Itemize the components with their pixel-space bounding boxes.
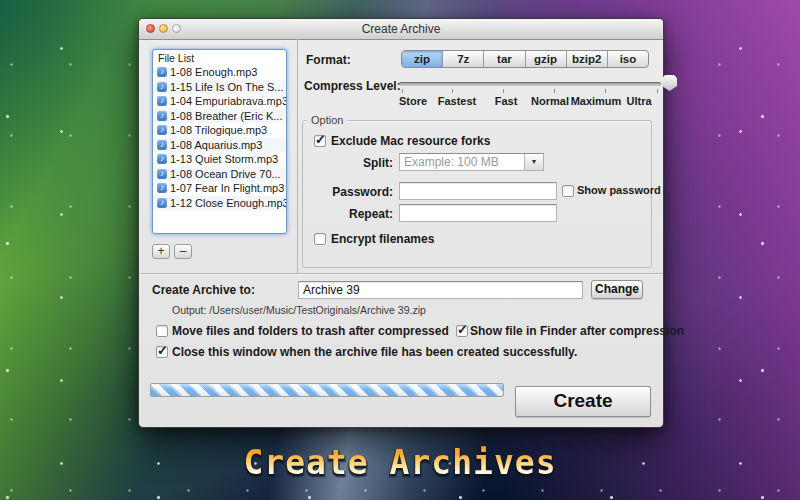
create-button[interactable]: Create xyxy=(515,386,651,417)
pane-divider xyxy=(297,39,298,273)
slider-tick xyxy=(452,89,453,93)
option-group-label: Option xyxy=(307,114,347,126)
split-combobox[interactable]: Example: 100 MB ▼ xyxy=(399,153,544,171)
password-label: Password: xyxy=(302,185,393,199)
exclude-forks-label[interactable]: Exclude Mac resource forks xyxy=(331,134,490,148)
file-name: 1-13 Quiet Storm.mp3 xyxy=(170,153,278,165)
format-option-7z[interactable]: 7z xyxy=(443,51,484,67)
password-field[interactable] xyxy=(399,182,557,200)
close-window-label[interactable]: Close this window when the archive file … xyxy=(172,345,577,359)
tick-label-fast: Fast xyxy=(495,95,518,107)
repeat-field[interactable] xyxy=(399,204,557,222)
slider-tick xyxy=(605,89,606,93)
slider-tick xyxy=(657,89,658,93)
music-file-icon: ♪ xyxy=(157,67,167,77)
move-to-trash-label[interactable]: Move files and folders to trash after co… xyxy=(172,324,449,338)
list-item[interactable]: ♪1-07 Fear In Flight.mp3 xyxy=(153,181,286,196)
window-title: Create Archive xyxy=(139,22,663,36)
format-label: Format: xyxy=(306,53,351,67)
show-in-finder-label[interactable]: Show file in Finder after compression xyxy=(470,324,684,338)
format-option-tar[interactable]: tar xyxy=(484,51,525,67)
slider-tick xyxy=(503,89,504,93)
output-path: Output: /Users/user/Music/TestOriginals/… xyxy=(172,304,426,316)
format-option-zip[interactable]: zip xyxy=(402,51,443,67)
list-item[interactable]: ♪1-08 Ocean Drive 70... xyxy=(153,167,286,182)
music-file-icon: ♪ xyxy=(157,96,167,106)
compress-slider-track[interactable] xyxy=(399,82,661,86)
exclude-forks-checkbox[interactable] xyxy=(314,135,326,147)
slider-tick xyxy=(554,89,555,93)
section-divider xyxy=(139,273,663,274)
slider-tick xyxy=(402,89,403,93)
encrypt-filenames-label[interactable]: Encrypt filenames xyxy=(331,232,434,246)
music-file-icon: ♪ xyxy=(157,198,167,208)
archive-name-field[interactable] xyxy=(298,281,583,299)
move-to-trash-checkbox[interactable] xyxy=(156,325,168,337)
desktop: Create Archive File List ♪1-08 Enough.mp… xyxy=(0,0,800,500)
tick-label-normal: Normal xyxy=(531,95,569,107)
file-name: 1-07 Fear In Flight.mp3 xyxy=(170,182,284,194)
music-file-icon: ♪ xyxy=(157,111,167,121)
file-list-label: File List xyxy=(153,50,286,65)
file-list[interactable]: File List ♪1-08 Enough.mp3 ♪1-15 Life Is… xyxy=(152,49,287,234)
music-file-icon: ♪ xyxy=(157,183,167,193)
list-item[interactable]: ♪1-13 Quiet Storm.mp3 xyxy=(153,152,286,167)
list-item[interactable]: ♪1-08 Breather (Eric K... xyxy=(153,109,286,124)
encrypt-filenames-checkbox[interactable] xyxy=(314,233,326,245)
format-option-iso[interactable]: iso xyxy=(608,51,648,67)
file-name: 1-12 Close Enough.mp3 xyxy=(170,197,287,209)
add-file-button[interactable]: + xyxy=(152,244,170,259)
titlebar[interactable]: Create Archive xyxy=(139,19,663,40)
split-placeholder: Example: 100 MB xyxy=(400,154,524,170)
create-archive-window: Create Archive File List ♪1-08 Enough.mp… xyxy=(138,18,664,428)
music-file-icon: ♪ xyxy=(157,82,167,92)
file-name: 1-08 Breather (Eric K... xyxy=(170,110,283,122)
tick-label-store: Store xyxy=(399,95,427,107)
list-item[interactable]: ♪1-12 Close Enough.mp3 xyxy=(153,196,286,211)
format-segmented-control: zip 7z tar gzip bzip2 iso xyxy=(401,50,649,68)
list-item[interactable]: ♪1-04 Empuriabrava.mp3 xyxy=(153,94,286,109)
tick-label-fastest: Fastest xyxy=(438,95,477,107)
tick-label-maximum: Maximum xyxy=(571,95,622,107)
file-name: 1-04 Empuriabrava.mp3 xyxy=(170,95,287,107)
caption: Create Archives Create Archives xyxy=(0,443,800,482)
progress-bar xyxy=(150,383,504,397)
list-item[interactable]: ♪1-15 Life Is On The S... xyxy=(153,80,286,95)
music-file-icon: ♪ xyxy=(157,125,167,135)
repeat-label: Repeat: xyxy=(302,207,393,221)
list-item[interactable]: ♪1-08 Trilogique.mp3 xyxy=(153,123,286,138)
caption-text: Create Archives xyxy=(0,443,800,482)
file-name: 1-08 Ocean Drive 70... xyxy=(170,168,281,180)
show-in-finder-checkbox[interactable] xyxy=(456,325,468,337)
list-item[interactable]: ♪1-08 Enough.mp3 xyxy=(153,65,286,80)
file-name: 1-08 Aquarius.mp3 xyxy=(170,139,262,151)
create-archive-to-label: Create Archive to: xyxy=(152,283,255,297)
compress-level-label: Compress Level: xyxy=(304,79,401,93)
file-name: 1-15 Life Is On The S... xyxy=(170,81,284,93)
chevron-down-icon[interactable]: ▼ xyxy=(524,154,543,170)
music-file-icon: ♪ xyxy=(157,140,167,150)
change-button[interactable]: Change xyxy=(591,280,643,299)
list-item[interactable]: ♪1-08 Aquarius.mp3 xyxy=(153,138,286,153)
split-label: Split: xyxy=(302,156,393,170)
close-window-checkbox[interactable] xyxy=(156,346,168,358)
file-name: 1-08 Enough.mp3 xyxy=(170,66,257,78)
remove-file-button[interactable]: – xyxy=(174,244,192,259)
tick-label-ultra: Ultra xyxy=(626,95,651,107)
format-option-gzip[interactable]: gzip xyxy=(526,51,567,67)
music-file-icon: ♪ xyxy=(157,169,167,179)
format-option-bzip2[interactable]: bzip2 xyxy=(567,51,608,67)
file-name: 1-08 Trilogique.mp3 xyxy=(170,124,267,136)
music-file-icon: ♪ xyxy=(157,154,167,164)
show-password-checkbox[interactable] xyxy=(562,185,574,197)
show-password-label[interactable]: Show password xyxy=(577,184,661,196)
